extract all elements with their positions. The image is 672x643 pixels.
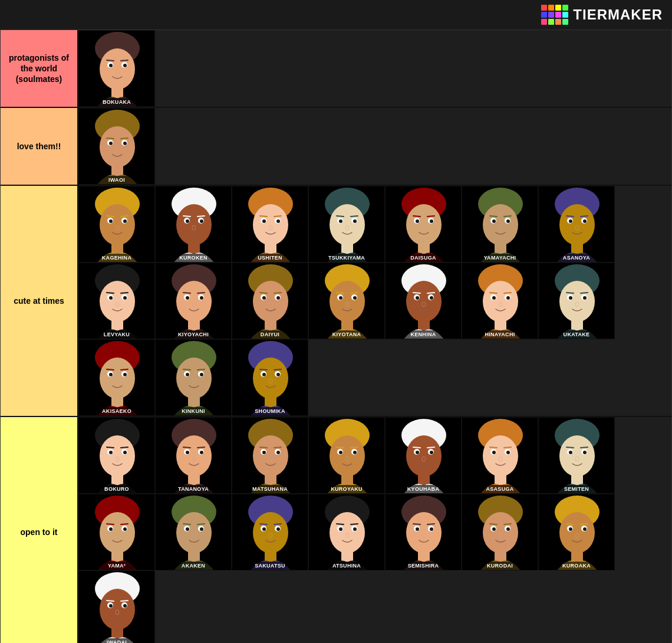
svg-point-61 bbox=[353, 219, 357, 223]
character-name: BOKUAKA bbox=[79, 98, 154, 106]
svg-rect-76 bbox=[418, 242, 430, 254]
svg-point-35 bbox=[176, 204, 212, 245]
character-card[interactable]: KYOUHABA bbox=[385, 417, 462, 494]
character-card[interactable]: ASASUGA bbox=[462, 417, 538, 494]
svg-line-271 bbox=[490, 447, 497, 448]
character-name: USHITEN bbox=[232, 254, 308, 262]
svg-point-347 bbox=[506, 527, 510, 531]
svg-rect-120 bbox=[188, 319, 200, 331]
character-card[interactable]: YAMA² bbox=[78, 494, 155, 570]
svg-point-115 bbox=[186, 296, 189, 300]
svg-point-292 bbox=[123, 527, 127, 531]
character-card[interactable]: BOKUAKA bbox=[78, 30, 155, 107]
svg-line-162 bbox=[504, 293, 511, 293]
character-name: YAMAYACHI bbox=[462, 254, 538, 262]
character-card[interactable]: KURODAI bbox=[462, 494, 538, 570]
character-name: KYOUHABA bbox=[386, 485, 461, 493]
svg-point-13 bbox=[100, 126, 135, 168]
svg-line-371 bbox=[121, 601, 128, 601]
svg-line-327 bbox=[351, 524, 358, 524]
svg-point-328 bbox=[345, 533, 349, 538]
svg-point-236 bbox=[262, 451, 266, 454]
character-card[interactable]: USHITEN bbox=[232, 186, 308, 263]
character-card[interactable]: AKISAEKO bbox=[78, 339, 155, 416]
character-card[interactable]: SEMITEN bbox=[538, 417, 615, 494]
character-name: TANANOYA bbox=[156, 485, 231, 493]
svg-point-53 bbox=[269, 225, 272, 230]
svg-line-151 bbox=[427, 293, 434, 293]
character-card[interactable]: SHOUMIKA bbox=[232, 339, 308, 416]
svg-point-141 bbox=[345, 302, 349, 307]
tier-cards-b: KAGEHINA KUROKEN bbox=[77, 186, 671, 416]
character-card[interactable]: ASANOYA bbox=[538, 186, 615, 263]
svg-line-261 bbox=[427, 447, 434, 448]
svg-point-200 bbox=[253, 357, 288, 399]
svg-point-79 bbox=[483, 204, 518, 245]
character-card[interactable]: TANANOYA bbox=[155, 417, 232, 494]
svg-line-315 bbox=[260, 524, 267, 524]
character-card[interactable]: HINAYACHI bbox=[462, 263, 538, 339]
character-card[interactable]: AKAKEN bbox=[155, 494, 232, 570]
svg-line-18 bbox=[107, 138, 114, 139]
character-name: YAMA² bbox=[79, 562, 154, 570]
svg-point-266 bbox=[483, 435, 518, 477]
svg-point-123 bbox=[253, 281, 288, 322]
svg-point-203 bbox=[262, 373, 266, 376]
character-name: KUROAKA bbox=[539, 562, 614, 570]
character-card[interactable]: DAISUGA bbox=[385, 186, 462, 263]
character-name: AKISAEKO bbox=[79, 407, 154, 415]
character-card[interactable]: LEVYAKU bbox=[78, 263, 155, 339]
character-card[interactable]: IWAOI bbox=[78, 108, 155, 185]
logo-cell-10 bbox=[548, 19, 554, 25]
svg-point-222 bbox=[176, 435, 212, 477]
character-name: KAGEHINA bbox=[79, 254, 154, 262]
character-card[interactable]: DAIYUI bbox=[232, 263, 308, 339]
character-card[interactable]: KUROAKA bbox=[538, 494, 615, 570]
character-card[interactable]: KINKUNI bbox=[155, 339, 232, 416]
svg-point-160 bbox=[506, 296, 510, 300]
svg-line-30 bbox=[121, 216, 128, 216]
character-card[interactable]: SAKUATSU bbox=[232, 494, 308, 570]
character-name: BOKURO bbox=[79, 485, 154, 493]
tier-label-s: protagonists of the world (soulmates) bbox=[1, 30, 77, 107]
character-card[interactable]: IWADAI bbox=[78, 570, 155, 643]
character-card[interactable]: KENHINA bbox=[385, 263, 462, 339]
svg-point-369 bbox=[123, 604, 127, 608]
character-card[interactable]: ATSUHINA bbox=[308, 494, 385, 570]
svg-point-233 bbox=[253, 435, 288, 477]
svg-rect-32 bbox=[111, 242, 123, 254]
logo-cell-7 bbox=[555, 12, 561, 18]
svg-point-20 bbox=[116, 147, 119, 152]
character-name: ASANOYA bbox=[539, 254, 614, 262]
character-card[interactable]: BOKURO bbox=[78, 417, 155, 494]
svg-point-145 bbox=[406, 281, 442, 322]
svg-line-228 bbox=[197, 447, 205, 448]
svg-rect-65 bbox=[341, 242, 353, 254]
character-card[interactable]: YAMAYACHI bbox=[462, 186, 538, 263]
svg-line-117 bbox=[183, 293, 190, 293]
svg-point-204 bbox=[276, 373, 280, 376]
character-card[interactable]: TSUKKIYAMA bbox=[308, 186, 385, 263]
svg-line-7 bbox=[107, 60, 114, 61]
character-card[interactable]: KUROKEN bbox=[155, 186, 232, 263]
svg-point-28 bbox=[123, 219, 127, 223]
svg-point-104 bbox=[109, 296, 113, 300]
character-name: SEMITEN bbox=[539, 485, 614, 493]
svg-line-206 bbox=[274, 369, 281, 370]
character-card[interactable]: KIYOTANA bbox=[308, 263, 385, 339]
character-card[interactable]: KAGEHINA bbox=[78, 186, 155, 263]
svg-line-283 bbox=[581, 447, 588, 448]
svg-point-273 bbox=[499, 457, 502, 461]
svg-rect-21 bbox=[111, 165, 123, 176]
character-card[interactable]: KIYOYACHI bbox=[155, 263, 232, 339]
logo-cell-5 bbox=[541, 12, 547, 18]
svg-line-140 bbox=[351, 293, 358, 293]
character-name: IWAOI bbox=[79, 176, 154, 184]
svg-point-134 bbox=[330, 281, 365, 322]
character-card[interactable]: SEMISHIRA bbox=[385, 494, 462, 570]
svg-point-9 bbox=[116, 70, 119, 74]
character-card[interactable]: MATSUHANA bbox=[232, 417, 308, 494]
svg-line-227 bbox=[183, 447, 190, 448]
character-card[interactable]: KUROYAKU bbox=[308, 417, 385, 494]
character-card[interactable]: UKATAKE bbox=[538, 263, 615, 339]
